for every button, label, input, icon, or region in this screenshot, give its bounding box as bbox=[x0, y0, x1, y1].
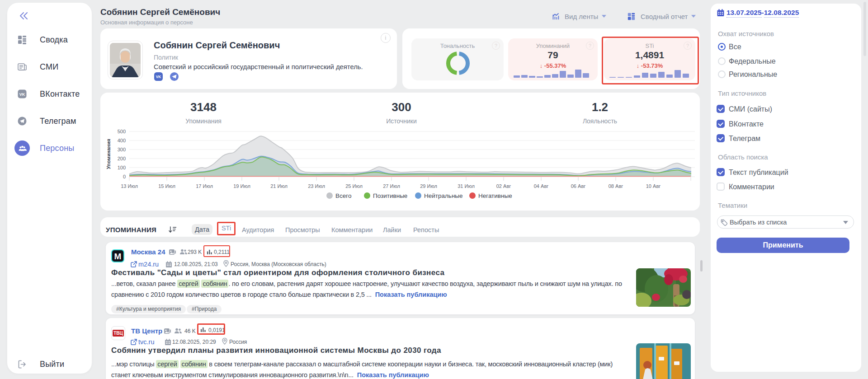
svg-text:VK: VK bbox=[19, 92, 25, 97]
svg-text:100: 100 bbox=[118, 165, 126, 170]
svg-text:08 Авг: 08 Авг bbox=[609, 183, 623, 189]
svg-text:Негативные: Негативные bbox=[478, 192, 512, 199]
svg-text:27 Июл: 27 Июл bbox=[383, 183, 400, 189]
svg-text:500: 500 bbox=[118, 129, 126, 134]
svg-text:200: 200 bbox=[118, 156, 126, 161]
svg-text:06 Авг: 06 Авг bbox=[571, 183, 585, 189]
svg-text:Нейтральные: Нейтральные bbox=[424, 192, 463, 199]
svg-text:300: 300 bbox=[118, 147, 126, 152]
svg-text:04 Авг: 04 Авг bbox=[534, 183, 548, 189]
svg-text:VK: VK bbox=[156, 75, 161, 79]
svg-text:13 Июл: 13 Июл bbox=[121, 183, 138, 189]
svg-text:15 Июл: 15 Июл bbox=[158, 183, 175, 189]
svg-text:17 Июл: 17 Июл bbox=[196, 183, 213, 189]
svg-text:Всего: Всего bbox=[335, 192, 351, 199]
svg-text:02 Авг: 02 Авг bbox=[496, 183, 511, 189]
svg-text:400: 400 bbox=[118, 138, 126, 143]
svg-text:21 Июл: 21 Июл bbox=[270, 183, 288, 189]
svg-text:25 Июл: 25 Июл bbox=[345, 183, 363, 189]
svg-text:19 Июл: 19 Июл bbox=[233, 183, 250, 189]
svg-text:29 Июл: 29 Июл bbox=[420, 183, 437, 189]
svg-text:23 Июл: 23 Июл bbox=[308, 183, 325, 189]
svg-text:0: 0 bbox=[123, 174, 126, 179]
svg-text:10 Авг: 10 Авг bbox=[646, 183, 660, 189]
svg-text:31 Июл: 31 Июл bbox=[458, 183, 475, 189]
svg-text:Позитивные: Позитивные bbox=[373, 192, 407, 199]
svg-text:Упоминания: Упоминания bbox=[106, 139, 111, 169]
